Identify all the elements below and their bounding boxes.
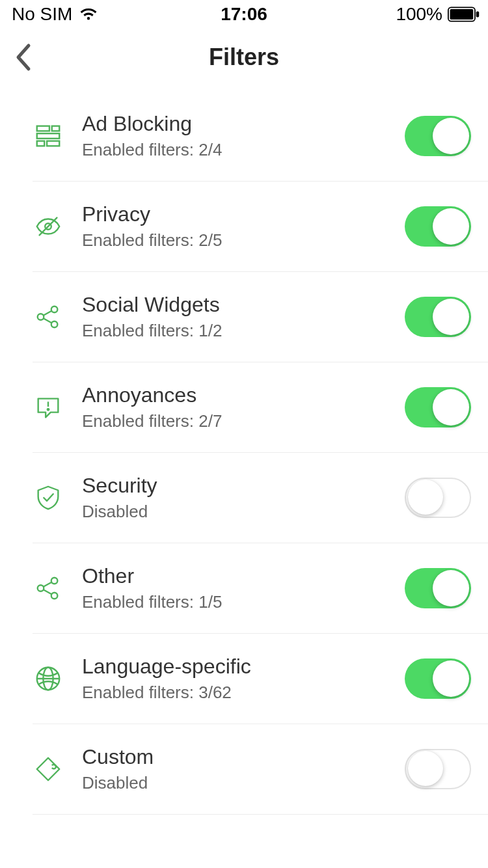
toggle-language[interactable] <box>405 658 471 699</box>
toggle-ad-blocking[interactable] <box>405 116 471 156</box>
filter-row-privacy[interactable]: Privacy Enabled filters: 2/5 <box>33 182 488 272</box>
svg-point-12 <box>51 321 58 328</box>
filter-title: Custom <box>82 745 405 769</box>
filter-title: Security <box>82 474 405 498</box>
wifi-icon <box>79 7 98 21</box>
svg-line-21 <box>44 590 52 594</box>
toggle-privacy[interactable] <box>405 206 471 247</box>
chevron-left-icon <box>16 43 31 72</box>
svg-point-17 <box>38 585 44 591</box>
annoyance-icon <box>33 392 64 423</box>
filters-list: Ad Blocking Enabled filters: 2/4 Privacy… <box>0 86 488 868</box>
filter-subtitle: Enabled filters: 1/2 <box>82 321 405 341</box>
share-icon <box>33 301 64 332</box>
filter-subtitle: Enabled filters: 2/5 <box>82 230 405 251</box>
back-button[interactable] <box>9 38 38 77</box>
filter-title: Ad Blocking <box>82 112 405 136</box>
svg-line-14 <box>44 318 52 323</box>
filter-texts: Annoyances Enabled filters: 2/7 <box>82 383 405 431</box>
svg-rect-2 <box>476 12 479 18</box>
filter-title: Privacy <box>82 202 405 226</box>
svg-rect-5 <box>37 133 60 139</box>
svg-point-10 <box>38 314 44 320</box>
filter-subtitle: Disabled <box>82 502 405 522</box>
svg-point-18 <box>51 578 58 584</box>
nav-header: Filters <box>0 29 488 86</box>
filter-row-social[interactable]: Social Widgets Enabled filters: 1/2 <box>33 272 488 362</box>
status-right: 100% <box>396 4 480 25</box>
filter-row-annoyances[interactable]: Annoyances Enabled filters: 2/7 <box>33 362 488 453</box>
filter-texts: Social Widgets Enabled filters: 1/2 <box>82 293 405 341</box>
svg-rect-1 <box>450 9 474 20</box>
filter-title: Social Widgets <box>82 293 405 317</box>
globe-icon <box>33 663 64 694</box>
svg-point-16 <box>47 409 49 410</box>
filter-subtitle: Disabled <box>82 773 405 793</box>
svg-rect-3 <box>37 126 49 131</box>
toggle-annoyances[interactable] <box>405 387 471 427</box>
battery-text: 100% <box>396 4 442 25</box>
filter-subtitle: Enabled filters: 2/7 <box>82 411 405 431</box>
filter-row-security[interactable]: Security Disabled <box>33 453 488 543</box>
filter-title: Annoyances <box>82 383 405 407</box>
filter-texts: Language-specific Enabled filters: 3/62 <box>82 655 405 703</box>
battery-icon <box>448 7 480 22</box>
svg-rect-4 <box>52 126 60 131</box>
status-left: No SIM <box>12 4 98 25</box>
carrier-text: No SIM <box>12 4 72 25</box>
share-icon <box>33 573 64 604</box>
filter-texts: Privacy Enabled filters: 2/5 <box>82 202 405 251</box>
shield-icon <box>33 482 64 513</box>
filter-texts: Custom Disabled <box>82 745 405 793</box>
filter-row-ad-blocking[interactable]: Ad Blocking Enabled filters: 2/4 <box>33 91 488 182</box>
filter-texts: Ad Blocking Enabled filters: 2/4 <box>82 112 405 160</box>
filter-subtitle: Enabled filters: 3/62 <box>82 683 405 703</box>
status-bar: No SIM 17:06 100% <box>0 0 488 29</box>
filter-row-language[interactable]: Language-specific Enabled filters: 3/62 <box>33 634 488 724</box>
svg-line-20 <box>44 582 52 587</box>
toggle-other[interactable] <box>405 568 471 608</box>
toggle-security[interactable] <box>405 478 471 518</box>
eye-off-icon <box>33 211 64 242</box>
filter-title: Other <box>82 564 405 588</box>
toggle-custom[interactable] <box>405 749 471 789</box>
svg-point-19 <box>51 593 58 599</box>
filter-subtitle: Enabled filters: 2/4 <box>82 140 405 160</box>
puzzle-icon <box>33 753 64 785</box>
page-title: Filters <box>209 44 279 71</box>
svg-point-11 <box>51 306 58 313</box>
ads-icon <box>33 120 64 152</box>
filter-subtitle: Enabled filters: 1/5 <box>82 592 405 612</box>
filter-title: Language-specific <box>82 655 405 679</box>
svg-rect-7 <box>47 141 59 146</box>
filter-texts: Security Disabled <box>82 474 405 522</box>
filter-texts: Other Enabled filters: 1/5 <box>82 564 405 612</box>
svg-line-13 <box>44 311 52 316</box>
filter-row-custom[interactable]: Custom Disabled <box>33 724 488 815</box>
svg-rect-6 <box>37 141 45 146</box>
filter-row-other[interactable]: Other Enabled filters: 1/5 <box>33 543 488 634</box>
toggle-social[interactable] <box>405 297 471 337</box>
